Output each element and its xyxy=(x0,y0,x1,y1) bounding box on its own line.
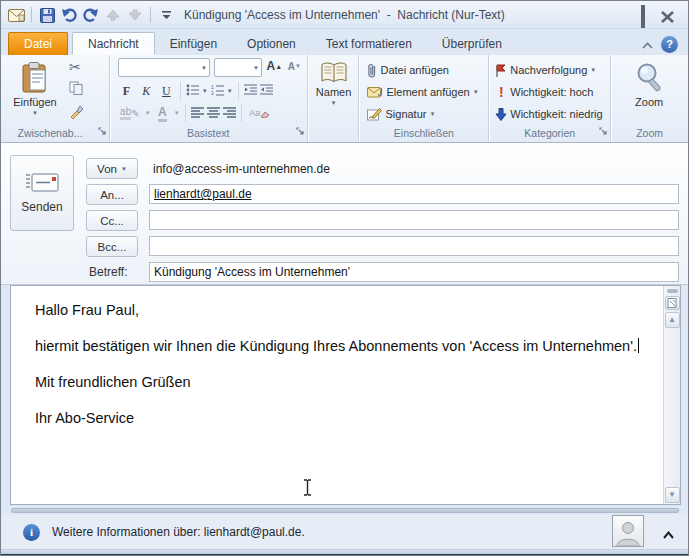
decrease-indent-icon[interactable] xyxy=(244,84,257,98)
qat-customize-dropdown-icon[interactable] xyxy=(157,6,175,24)
chevron-down-icon[interactable]: ▼ xyxy=(202,88,208,94)
restore-window-icon[interactable] xyxy=(641,9,645,27)
tab-einfuegen[interactable]: Einfügen xyxy=(155,32,232,55)
titlebar: Kündigung 'Access im Unternehmen' - Nach… xyxy=(1,1,688,29)
text-caret xyxy=(638,338,640,353)
info-icon: i xyxy=(23,524,40,541)
collapse-ribbon-icon[interactable] xyxy=(642,35,653,53)
vertical-scrollbar[interactable]: ▲ ▼ xyxy=(663,286,680,504)
copy-icon[interactable] xyxy=(69,81,83,99)
tab-nachricht[interactable]: Nachricht xyxy=(72,32,155,55)
zoom-button[interactable]: Zoom xyxy=(625,57,673,123)
to-button[interactable]: An... xyxy=(86,184,138,205)
group-label: Einschließen xyxy=(359,127,488,139)
scroll-up-icon[interactable]: ▲ xyxy=(665,312,680,328)
dialog-launcher-icon[interactable] xyxy=(98,121,106,139)
basistext-row2: F K U ▼ 12 ▼ xyxy=(118,81,273,101)
numbering-icon[interactable]: 12 xyxy=(211,84,224,98)
from-button[interactable]: Von▼ xyxy=(86,158,138,179)
italic-button[interactable]: K xyxy=(138,82,155,100)
body-line: hiermit bestätigen wir Ihnen die Kündigu… xyxy=(35,337,640,355)
cc-input[interactable] xyxy=(149,210,679,230)
people-pane-expand-icon[interactable] xyxy=(663,525,674,543)
grow-font-button[interactable]: A▲ xyxy=(266,57,283,75)
shrink-font-button[interactable]: A▼ xyxy=(286,57,303,75)
group-basistext: ▼ ▼ A▲ A▼ F K U ▼ 12 ▼ ab✎ ▼ A ▼ xyxy=(110,55,308,142)
font-color-icon[interactable]: A xyxy=(154,104,171,122)
signature-icon xyxy=(367,108,382,121)
tab-datei[interactable]: Datei xyxy=(8,32,68,55)
magnifier-icon xyxy=(634,62,664,94)
font-size-combo[interactable]: ▼ xyxy=(214,58,262,77)
align-left-icon[interactable] xyxy=(191,107,204,120)
close-window-icon[interactable] xyxy=(661,9,674,27)
ribbon: Einfügen ▼ ✂ Zwischenab... ▼ ▼ A▲ A▼ xyxy=(1,55,688,143)
attach-item-button[interactable]: Element anfügen ▼ xyxy=(367,82,478,102)
dialog-launcher-icon[interactable] xyxy=(296,121,304,139)
format-painter-icon[interactable] xyxy=(69,105,83,123)
tab-text-formatieren[interactable]: Text formatieren xyxy=(311,32,427,55)
chevron-down-icon: ▼ xyxy=(32,110,38,116)
attach-file-button[interactable]: Datei anfügen xyxy=(367,60,449,80)
importance-high-button[interactable]: ! Wichtigkeit: hoch xyxy=(495,82,593,102)
tab-ueberpruefen[interactable]: Überprüfen xyxy=(427,32,517,55)
people-pane-splitter[interactable] xyxy=(11,508,679,513)
subject-input[interactable] xyxy=(149,262,679,282)
to-input[interactable] xyxy=(149,184,679,204)
bold-button[interactable]: F xyxy=(118,82,135,100)
text-highlight-icon[interactable]: ab✎ xyxy=(118,104,142,122)
split-view-handle[interactable] xyxy=(667,289,678,293)
ruler-toggle-icon[interactable] xyxy=(665,296,680,310)
clipboard-small-buttons: ✂ xyxy=(69,59,83,123)
next-item-icon[interactable] xyxy=(126,6,144,24)
importance-low-button[interactable]: Wichtigkeit: niedrig xyxy=(495,104,602,124)
chevron-down-icon: ▼ xyxy=(429,111,435,117)
bcc-input[interactable] xyxy=(149,236,679,256)
font-name-combo[interactable]: ▼ xyxy=(118,58,210,77)
tab-optionen[interactable]: Optionen xyxy=(232,32,311,55)
align-right-icon[interactable] xyxy=(223,107,236,120)
message-body[interactable]: Hallo Frau Paul, hiermit bestätigen wir … xyxy=(10,285,681,505)
svg-text:2: 2 xyxy=(211,90,214,96)
align-center-icon[interactable] xyxy=(207,107,220,120)
clear-formatting-icon[interactable]: Aa xyxy=(247,104,273,122)
ribbon-right-controls: ? xyxy=(642,35,678,53)
undo-icon[interactable] xyxy=(60,6,78,24)
avatar[interactable] xyxy=(612,515,644,547)
redo-icon[interactable] xyxy=(82,6,100,24)
increase-indent-icon[interactable] xyxy=(260,84,273,98)
help-icon[interactable]: ? xyxy=(661,36,678,53)
basistext-row3: ab✎ ▼ A ▼ Aa xyxy=(118,103,273,123)
bullets-icon[interactable] xyxy=(186,84,199,98)
body-line: Mit freundlichen Grüßen xyxy=(35,373,640,391)
underline-button[interactable]: U xyxy=(158,82,175,100)
group-label: Zoom xyxy=(611,127,688,139)
cc-button[interactable]: Cc... xyxy=(86,210,138,231)
scroll-down-icon[interactable]: ▼ xyxy=(665,487,680,503)
chevron-down-icon[interactable]: ▼ xyxy=(227,88,233,94)
chevron-down-icon: ▼ xyxy=(473,89,479,95)
save-icon[interactable] xyxy=(38,6,56,24)
paste-button[interactable]: Einfügen ▼ xyxy=(9,57,61,123)
message-system-icon[interactable] xyxy=(7,6,25,24)
chevron-down-icon: ▼ xyxy=(121,166,127,172)
send-button[interactable]: Senden xyxy=(10,155,74,231)
bcc-button[interactable]: Bcc... xyxy=(86,236,138,257)
attach-item-icon xyxy=(367,86,383,98)
chevron-down-icon[interactable]: ▼ xyxy=(174,110,180,116)
signature-button[interactable]: Signatur ▼ xyxy=(367,104,435,124)
group-einschliessen: Datei anfügen Element anfügen ▼ Signatur… xyxy=(359,55,489,142)
group-label: Zwischenab... xyxy=(1,127,109,139)
cut-icon[interactable]: ✂ xyxy=(69,59,83,75)
chevron-down-icon: ▼ xyxy=(331,100,337,106)
chevron-down-icon[interactable]: ▼ xyxy=(145,110,151,116)
window-bottom-edge xyxy=(1,549,688,556)
previous-item-icon[interactable] xyxy=(104,6,122,24)
follow-up-button[interactable]: Nachverfolgung ▼ xyxy=(495,60,596,80)
people-pane-text: Weitere Informationen über: lienhardt@pa… xyxy=(52,525,305,539)
dialog-launcher-icon[interactable] xyxy=(599,121,607,139)
namen-button[interactable]: Namen ▼ xyxy=(312,57,356,123)
window-title: Kündigung 'Access im Unternehmen' - Nach… xyxy=(184,8,505,22)
importance-high-icon: ! xyxy=(495,84,507,100)
group-label: Kategorien xyxy=(489,127,610,139)
